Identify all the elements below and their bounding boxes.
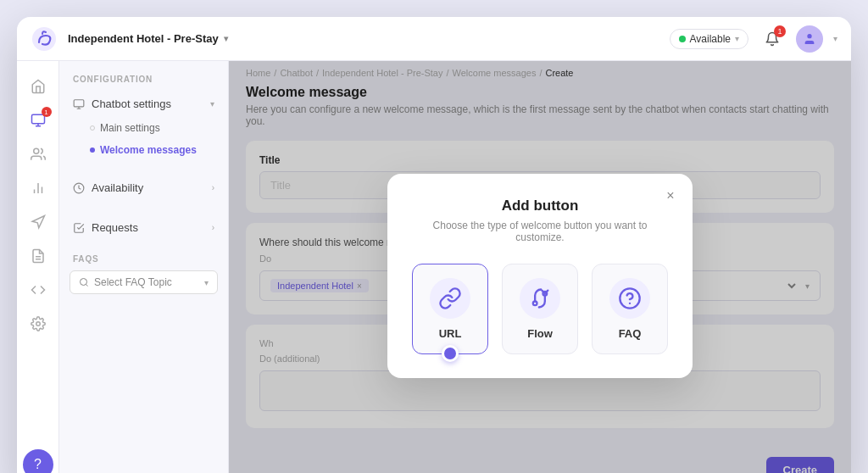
config-sub-main-settings[interactable]: Main settings [59, 117, 228, 139]
sidebar-item-reports[interactable] [23, 241, 53, 271]
chatbot-settings-header[interactable]: Chatbot settings ▾ [59, 91, 228, 117]
config-group-requests: Requests › [59, 214, 228, 241]
notifications-button[interactable]: 1 [759, 25, 786, 53]
main-settings-label: Main settings [100, 122, 160, 134]
help-button[interactable]: ? [23, 449, 53, 473]
sidebar-item-home[interactable] [23, 71, 53, 102]
config-sub-welcome-messages[interactable]: Welcome messages [59, 139, 228, 161]
sidebar-item-contacts[interactable] [23, 139, 53, 170]
help-icon: ? [34, 457, 42, 472]
svg-point-1 [807, 34, 811, 38]
status-dot [679, 36, 686, 42]
app-window: Independent Hotel - Pre-Stay ▾ Available… [17, 17, 851, 473]
svg-marker-7 [32, 216, 44, 228]
url-option-icon [430, 278, 470, 319]
svg-point-3 [33, 148, 38, 153]
svg-rect-2 [31, 114, 44, 124]
modal-subtitle: Choose the type of welcome button you wa… [415, 220, 665, 243]
project-name: Independent Hotel - Pre-Stay [68, 32, 219, 45]
sidebar-item-campaigns[interactable] [23, 207, 53, 237]
main-content: Home / Chatbot / Independent Hotel - Pre… [229, 61, 851, 473]
svg-point-10 [36, 322, 40, 326]
search-icon [79, 277, 89, 287]
status-label: Available [690, 33, 731, 45]
chevron-down-icon: ▾ [224, 34, 228, 43]
sidebar-item-chatbot[interactable]: 1 [23, 105, 53, 136]
svg-rect-11 [74, 99, 84, 106]
button-option-url[interactable]: URL [412, 264, 488, 354]
add-button-modal: × Add button Choose the type of welcome … [387, 174, 693, 378]
faq-option-icon [609, 278, 650, 319]
modal-close-button[interactable]: × [660, 186, 681, 206]
chevron-down-icon: ▾ [204, 278, 209, 287]
svg-line-14 [86, 284, 87, 286]
status-badge[interactable]: Available ▾ [670, 29, 748, 49]
config-group-chatbot: Chatbot settings ▾ Main settings Welcome… [59, 91, 228, 161]
avatar[interactable] [796, 25, 823, 53]
flow-option-label: Flow [527, 327, 553, 340]
modal-overlay: × Add button Choose the type of welcome … [229, 61, 851, 473]
config-group-availability: Availability › [59, 175, 228, 201]
chatbot-settings-label: Chatbot settings [92, 97, 171, 110]
chatbot-badge: 1 [42, 107, 52, 117]
svg-point-13 [81, 279, 87, 286]
app-logo [31, 25, 58, 53]
faqs-section-label: FAQS [59, 254, 228, 270]
sidebar-item-settings[interactable] [23, 309, 53, 339]
project-selector[interactable]: Independent Hotel - Pre-Stay ▾ [68, 32, 228, 45]
sidebar: 1 [17, 61, 59, 473]
availability-label: Availability [92, 181, 143, 194]
welcome-messages-label: Welcome messages [100, 144, 197, 156]
button-option-faq[interactable]: FAQ [592, 264, 668, 354]
svg-point-0 [32, 27, 56, 51]
chevron-down-icon: ▾ [833, 34, 837, 43]
faq-topic-select[interactable]: Select FAQ Topic ▾ [70, 270, 218, 294]
requests-header[interactable]: Requests › [59, 214, 228, 241]
sidebar-item-analytics[interactable] [23, 173, 53, 203]
button-type-options: URL [415, 264, 665, 354]
flow-option-icon [520, 278, 560, 319]
faq-option-label: FAQ [619, 327, 642, 340]
notification-badge: 1 [774, 25, 786, 37]
availability-header[interactable]: Availability › [59, 175, 228, 201]
sidebar-item-code[interactable] [23, 275, 53, 305]
main-layout: 1 [17, 61, 851, 473]
topbar: Independent Hotel - Pre-Stay ▾ Available… [17, 17, 851, 61]
faq-placeholder: Select FAQ Topic [94, 276, 199, 288]
config-panel: CONFIGURATION Chatbot settings ▾ Main se… [59, 61, 229, 473]
topbar-right: Available ▾ 1 ▾ [670, 25, 837, 53]
requests-label: Requests [92, 221, 138, 234]
active-dot-icon [90, 147, 95, 153]
url-option-label: URL [439, 327, 462, 340]
dot-empty-icon [90, 125, 95, 131]
modal-title: Add button [415, 198, 665, 214]
chevron-icon: › [212, 223, 214, 232]
chevron-down-icon: ▾ [735, 34, 739, 43]
chevron-icon: ▾ [210, 99, 214, 109]
url-radio-selected [442, 345, 459, 362]
config-section-label: CONFIGURATION [59, 75, 228, 91]
button-option-flow[interactable]: Flow [502, 264, 578, 354]
chevron-icon: › [212, 183, 214, 192]
